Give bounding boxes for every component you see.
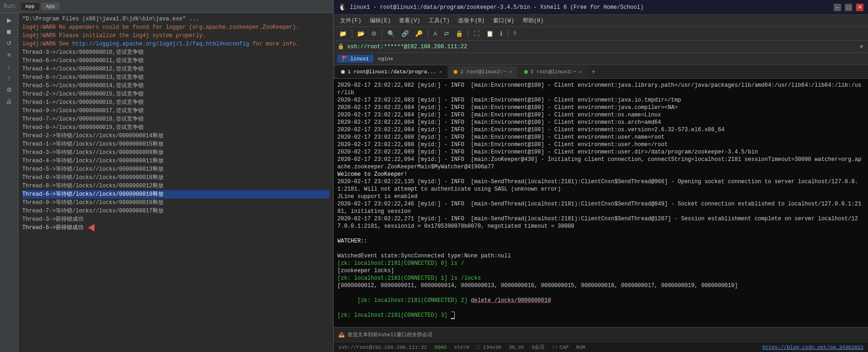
menu-help[interactable]: 帮助(H) — [519, 16, 548, 26]
up-btn[interactable]: ↑ — [3, 73, 16, 83]
send-bar-text: 发送文本到前Xshell窗口的全部会话 — [348, 331, 432, 338]
tb-expand[interactable]: ⛶ — [471, 29, 482, 38]
csdn-link[interactable]: https://blog.csdn.net/qq_34361823 — [762, 345, 863, 350]
menu-edit[interactable]: 编辑(E) — [366, 16, 395, 26]
term-delete-text: delete /locks/0000000010 — [471, 297, 551, 304]
send-bar: 📤 发送文本到前Xshell窗口的全部会话 — [334, 327, 868, 342]
status-sessions: 3会话 — [532, 344, 545, 351]
title-left: 🐧 linux1 - root@linux1:/data/program/zoo… — [338, 3, 644, 11]
wait-line-9: Thread-7->等待锁/locks//locks/0000000017释放 — [22, 207, 329, 215]
term-line-6: 2020-02-17 23:02:22,084 [myid:] - INFO [… — [337, 126, 864, 134]
address-dropdown[interactable]: ▼ — [859, 44, 864, 50]
thread-line-5: Thread-5->/locks/0000000014,尝试竞争锁 — [22, 82, 329, 90]
tab-1-label: 1 root@linux1:/data/progra... — [348, 69, 436, 75]
tab-3-indicator — [524, 70, 528, 74]
menu-bar: 文件(F) 编辑(E) 查看(V) 工具(T) 选项卡(B) 窗口(W) 帮助(… — [334, 15, 868, 27]
tb-help[interactable]: ? — [510, 29, 519, 38]
thread-line-10: Thread-0->/locks/0000000019,尝试竞争锁 — [22, 123, 329, 132]
tb-copy[interactable]: 📋 — [483, 29, 496, 38]
status-protocol: SSH2 — [434, 345, 446, 350]
session-nginx-label: nginx — [378, 56, 393, 62]
term-line-2: 2020-02-17 23:02:22,083 [myid:] - INFO [… — [337, 96, 864, 104]
tab-3[interactable]: 3 root@linux3:~ ✕ — [519, 66, 588, 78]
run-label: Run: — [4, 3, 17, 10]
sep-4 — [468, 30, 469, 38]
console-link-line: log4j:WARN See http://logging.apache.org… — [22, 40, 329, 48]
status-row: 30,35 — [509, 345, 524, 350]
maximize-btn[interactable]: □ — [845, 4, 852, 11]
menu-view[interactable]: 查看(V) — [395, 16, 424, 26]
tab-1[interactable]: 1 root@linux1:/data/progra... ✕ — [336, 66, 447, 78]
tb-transfer[interactable]: ⇄ — [441, 29, 452, 38]
address-text: ssh://root:******@192.168.200.111:22 — [347, 44, 467, 50]
tb-connect[interactable]: 🔗 — [399, 29, 412, 38]
tab-2-close[interactable]: ✕ — [509, 69, 512, 75]
app-tab-2[interactable]: App — [41, 3, 60, 10]
tab-3-close[interactable]: ✕ — [579, 69, 582, 75]
thread-line-8: Thread-9->/locks/0000000017,尝试竞争锁 — [22, 107, 329, 115]
minimize-btn[interactable]: ─ — [834, 4, 841, 11]
app-tab-1[interactable]: App — [21, 3, 39, 10]
menu-file[interactable]: 文件(F) — [336, 16, 365, 26]
success-text: Thread-6->获得锁成功 — [22, 224, 83, 232]
tb-key[interactable]: 🔑 — [412, 29, 425, 38]
session-linux1[interactable]: 🚩 linux1 — [337, 55, 374, 63]
restart-btn[interactable]: ↺ — [3, 38, 16, 48]
status-connection: ssh://root@192.168.200.111:22 — [338, 345, 427, 350]
term-prompt-3: [zk: localhost:2181(CONNECTED) 3] █ — [337, 312, 864, 319]
tb-font[interactable]: A — [431, 29, 440, 38]
console-line: "D:\Program Files (x86)\java1.8\jdk\bin\… — [22, 15, 329, 23]
status-bar: ssh://root@192.168.200.111:22 SSH2 xterm… — [334, 342, 868, 352]
print-btn[interactable]: 🖨 — [3, 96, 16, 106]
tb-lock[interactable]: 🔒 — [453, 29, 466, 38]
left-panel: Run: App App ▶ ⏹ ↺ ≡ ↓ ↑ ⚙ 🖨 "D:\Program… — [0, 0, 334, 352]
sep-2 — [382, 30, 382, 38]
tab-2-indicator — [454, 70, 457, 74]
status-right: https://blog.csdn.net/qq_34361823 — [762, 345, 863, 350]
toolbar-bar: 📁 📂 ⚙ 🔍 🔗 🔑 A ⇄ 🔒 ⛶ 📋 ℹ ? — [334, 27, 868, 41]
tab-2-label: 2 root@linux2:~ — [460, 69, 506, 75]
tb-info[interactable]: ℹ — [497, 29, 505, 38]
thread-line-1: Thread-3->/locks/0000000010,尝试竞争锁 — [22, 48, 329, 57]
sep-1 — [352, 30, 352, 38]
term-locks-list: [0000000012, 0000000011, 0000000014, 000… — [337, 282, 864, 289]
menu-tab[interactable]: 选项卡(B) — [454, 16, 488, 26]
down-btn[interactable]: ↓ — [3, 61, 16, 71]
close-btn[interactable]: ✕ — [856, 4, 863, 11]
menu-window[interactable]: 窗口(W) — [489, 16, 518, 26]
run-btn[interactable]: ▶ — [3, 15, 16, 25]
wait-line-3: Thread-3->等待锁/locks//locks/0000000009释放 — [22, 148, 329, 157]
term-blank-1 — [337, 230, 864, 237]
term-watched: WatchedEvent state:SyncConnected type:No… — [337, 252, 864, 260]
term-line-1: 2020-02-17 23:02:22,082 [myid:] - INFO [… — [337, 82, 864, 96]
sep-3 — [428, 30, 428, 38]
console-output[interactable]: "D:\Program Files (x86)\java1.8\jdk\bin\… — [19, 13, 333, 352]
tb-search[interactable]: 🔍 — [385, 29, 398, 38]
new-tab-btn[interactable]: + — [589, 67, 599, 77]
tab-2[interactable]: 2 root@linux2:~ ✕ — [448, 66, 517, 78]
session-nginx[interactable]: nginx — [374, 55, 398, 63]
tab-1-close[interactable]: ✕ — [439, 69, 442, 75]
run-tabs-bar: Run: App App — [0, 0, 333, 13]
window-title: linux1 - root@linux1:/data/program/zooke… — [350, 4, 644, 11]
term-ls-result: [zookeeper locks] — [337, 267, 864, 275]
thread-line-9: Thread-7->/locks/0000000018,尝试竞争锁 — [22, 115, 329, 123]
menu-btn[interactable]: ≡ — [3, 50, 16, 60]
terminal-output[interactable]: 2020-02-17 23:02:22,082 [myid:] - INFO [… — [334, 79, 868, 327]
log4j-link[interactable]: http://logging.apache.org/log4j/1.2/faq.… — [72, 41, 249, 47]
console-warn-1: log4j:WARN No appenders could be found f… — [22, 23, 329, 32]
wait-line-7: Thread-8->等待锁/locks//locks/0000000012释放 — [22, 182, 329, 190]
left-toolbar: ▶ ⏹ ↺ ≡ ↓ ↑ ⚙ 🖨 — [0, 13, 19, 352]
thread-line-6: Thread-2->/locks/0000000015,尝试竞争锁 — [22, 90, 329, 98]
wait-line-4: Thread-4->等待锁/locks//locks/0000000011释放 — [22, 157, 329, 165]
wait-line-6: Thread-0->等待锁/locks//locks/0000000018释放 — [22, 173, 329, 182]
tb-new[interactable]: 📁 — [336, 29, 349, 38]
term-line-12: 2020-02-17 23:02:22,246 [myid:] - INFO [… — [337, 200, 864, 215]
tb-settings[interactable]: ⚙ — [368, 29, 380, 38]
tb-open[interactable]: 📂 — [355, 29, 367, 38]
settings-btn[interactable]: ⚙ — [3, 84, 16, 95]
term-welcome: Welcome to ZooKeeper! — [337, 171, 864, 178]
tab-1-indicator — [341, 70, 345, 74]
menu-tools[interactable]: 工具(T) — [425, 16, 454, 26]
stop-btn[interactable]: ⏹ — [3, 26, 16, 37]
